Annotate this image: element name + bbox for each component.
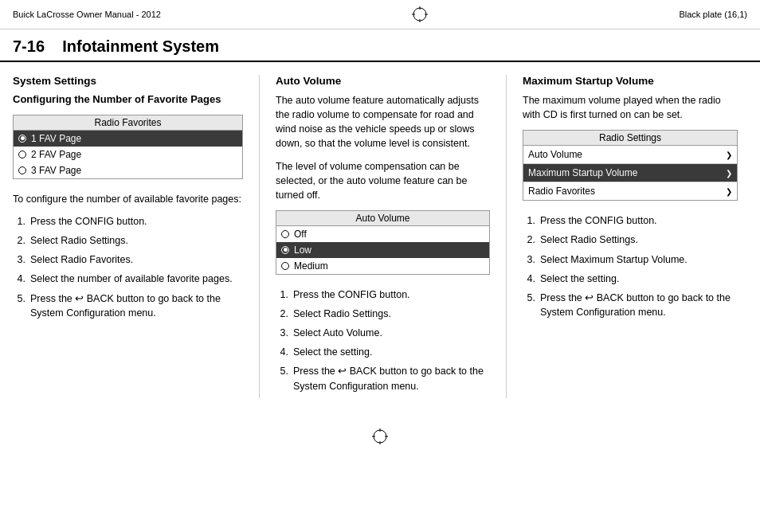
auto-vol-row-low[interactable]: Low [276, 242, 489, 258]
radio-settings-title: Radio Settings [523, 131, 737, 146]
auto-vol-label-off: Off [294, 229, 307, 240]
svg-point-0 [413, 8, 426, 21]
left-body-text: To configure the number of available fav… [13, 192, 243, 206]
auto-vol-label-low: Low [294, 244, 311, 256]
right-body-text: The maximum volume played when the radio… [523, 93, 738, 122]
mid-step-1: 1. Press the CONFIG button. [276, 288, 490, 302]
mid-body-text-1: The auto volume feature automatically ad… [276, 93, 490, 151]
header-left: Buick LaCrosse Owner Manual - 2012 [13, 10, 161, 19]
page-header: Buick LaCrosse Owner Manual - 2012 Black… [0, 0, 760, 29]
main-content: System Settings Configuring the Number o… [0, 62, 760, 411]
auto-volume-title: Auto Volume [276, 211, 489, 226]
right-step-4: 4. Select the setting. [523, 272, 738, 286]
radio-fav-row-3[interactable]: 3 FAV Page [14, 162, 242, 178]
radio-settings-label-autovol: Auto Volume [528, 149, 582, 160]
chevron-right-icon-radiofav: ❯ [726, 187, 732, 196]
auto-vol-row-medium[interactable]: Medium [276, 258, 489, 274]
radio-fav-label-1: 1 FAV Page [31, 133, 81, 144]
column-mid: Auto Volume The auto volume feature auto… [260, 75, 507, 398]
crosshair-icon [410, 5, 429, 24]
footer-crosshair-icon [370, 427, 390, 446]
radio-favorites-box: Radio Favorites 1 FAV Page 2 FAV Page 3 … [13, 115, 243, 179]
radio-settings-row-maxvol[interactable]: Maximum Startup Volume ❯ [523, 164, 737, 182]
radio-settings-box: Radio Settings Auto Volume ❯ Maximum Sta… [523, 130, 738, 201]
radio-medium[interactable] [281, 262, 289, 270]
radio-settings-row-autovol[interactable]: Auto Volume ❯ [523, 146, 737, 164]
auto-volume-box: Auto Volume Off Low Medium [276, 210, 490, 275]
column-right: Maximum Startup Volume The maximum volum… [507, 75, 738, 398]
radio-settings-row-radiofav[interactable]: Radio Favorites ❯ [523, 182, 737, 200]
radio-settings-label-maxvol: Maximum Startup Volume [528, 167, 637, 178]
mid-step-3: 3. Select Auto Volume. [276, 326, 490, 340]
left-step-5: 5. Press the ↩ BACK button to go back to… [13, 291, 243, 320]
radio-low[interactable] [281, 246, 289, 254]
header-center [410, 5, 429, 24]
left-steps: 1. Press the CONFIG button. 2. Select Ra… [13, 214, 243, 320]
left-step-1: 1. Press the CONFIG button. [13, 214, 243, 229]
radio-fav-row-2[interactable]: 2 FAV Page [14, 147, 242, 162]
auto-vol-row-off[interactable]: Off [276, 226, 489, 242]
chevron-right-icon-maxvol: ❯ [726, 169, 732, 178]
chevron-right-icon-autovol: ❯ [726, 151, 732, 159]
left-heading: System Settings [13, 75, 243, 87]
radio-off[interactable] [281, 230, 289, 238]
mid-step-2: 2. Select Radio Settings. [276, 307, 490, 321]
right-heading: Maximum Startup Volume [523, 75, 738, 87]
right-step-1: 1. Press the CONFIG button. [523, 213, 738, 228]
mid-step-5: 5. Press the ↩ BACK button to go back to… [276, 364, 490, 393]
mid-heading: Auto Volume [276, 75, 490, 87]
radio-fav-label-2: 2 FAV Page [31, 149, 81, 160]
mid-steps: 1. Press the CONFIG button. 2. Select Ra… [276, 288, 490, 393]
right-step-2: 2. Select Radio Settings. [523, 233, 738, 247]
header-right: Black plate (16,1) [679, 10, 747, 19]
radio-button-2[interactable] [18, 151, 26, 158]
svg-point-5 [374, 430, 386, 443]
mid-body-text-2: The level of volume compensation can be … [276, 159, 490, 202]
mid-step-4: 4. Select the setting. [276, 345, 490, 359]
right-step-5: 5. Press the ↩ BACK button to go back to… [523, 291, 738, 319]
radio-favorites-title: Radio Favorites [14, 115, 242, 131]
radio-button-3[interactable] [18, 166, 26, 174]
left-step-4: 4. Select the number of available favori… [13, 272, 243, 286]
radio-button-1[interactable] [18, 135, 26, 143]
left-subheading: Configuring the Number of Favorite Pages [13, 93, 243, 107]
section-title: 7-16 Infotainment System [13, 37, 747, 56]
radio-fav-label-3: 3 FAV Page [31, 165, 81, 176]
radio-settings-label-radiofav: Radio Favorites [528, 186, 595, 197]
left-step-3: 3. Select Radio Favorites. [13, 252, 243, 267]
auto-vol-label-medium: Medium [294, 260, 328, 272]
right-steps: 1. Press the CONFIG button. 2. Select Ra… [523, 213, 738, 319]
radio-fav-row-1[interactable]: 1 FAV Page [14, 131, 242, 147]
right-step-3: 3. Select Maximum Startup Volume. [523, 252, 738, 267]
column-left: System Settings Configuring the Number o… [13, 75, 260, 398]
left-step-2: 2. Select Radio Settings. [13, 233, 243, 248]
page-footer [0, 419, 760, 454]
section-title-bar: 7-16 Infotainment System [0, 29, 760, 62]
